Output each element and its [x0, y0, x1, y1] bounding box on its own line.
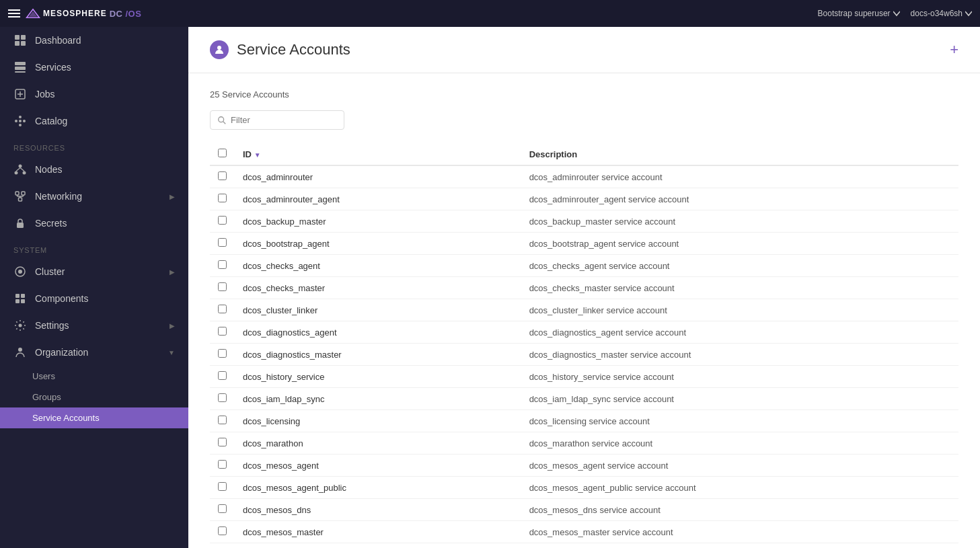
sidebar-item-secrets[interactable]: Secrets	[0, 210, 188, 237]
row-id[interactable]: dcos_backup_master	[235, 210, 521, 233]
sidebar-item-organization[interactable]: Organization ▼	[0, 339, 188, 366]
row-checkbox[interactable]	[218, 371, 227, 380]
row-id[interactable]: dcos_cluster_linker	[235, 299, 521, 321]
row-id[interactable]: dcos_adminrouter	[235, 165, 521, 188]
row-checkbox-cell	[210, 299, 235, 321]
row-id[interactable]: dcos_checks_master	[235, 277, 521, 299]
sidebar-item-nodes[interactable]: Nodes	[0, 156, 188, 183]
row-checkbox[interactable]	[218, 260, 227, 269]
svg-rect-7	[15, 67, 26, 70]
row-description: dcos_bootstrap_agent service account	[521, 233, 958, 255]
row-checkbox-cell	[210, 455, 235, 477]
svg-point-38	[219, 116, 224, 122]
dc-text: DC	[110, 9, 123, 19]
row-checkbox-cell	[210, 410, 235, 432]
row-id[interactable]: dcos_diagnostics_master	[235, 344, 521, 366]
row-checkbox[interactable]	[218, 393, 227, 402]
row-id[interactable]: dcos_mesos_master	[235, 521, 521, 543]
row-description: dcos_adminrouter service account	[521, 165, 958, 188]
row-checkbox[interactable]	[218, 460, 227, 469]
row-id[interactable]: dcos_mesos_agent	[235, 455, 521, 477]
select-all-col	[210, 143, 235, 165]
sidebar-item-cluster[interactable]: Cluster ▶	[0, 258, 188, 285]
table-row: dcos_adminrouter_agent dcos_adminrouter_…	[210, 188, 958, 210]
sidebar-item-jobs[interactable]: Jobs	[0, 81, 188, 108]
sidebar-item-settings-left: Settings	[13, 319, 69, 332]
sidebar-sub-groups[interactable]: Groups	[0, 387, 188, 407]
brand-name: MESOSPHERE	[43, 9, 107, 18]
sidebar-item-components[interactable]: Components	[0, 285, 188, 312]
table-row: dcos_diagnostics_agent dcos_diagnostics_…	[210, 321, 958, 344]
sidebar-item-label: Settings	[35, 320, 69, 331]
svg-rect-20	[15, 192, 19, 195]
row-id[interactable]: dcos_mesos_dns	[235, 499, 521, 521]
row-checkbox-cell	[210, 165, 235, 188]
row-checkbox-cell	[210, 388, 235, 410]
row-id[interactable]: dcos_marathon	[235, 432, 521, 455]
sidebar-sub-users[interactable]: Users	[0, 366, 188, 387]
sidebar-item-label: Nodes	[35, 164, 62, 175]
table-body: dcos_adminrouter dcos_adminrouter servic…	[210, 165, 958, 543]
row-checkbox[interactable]	[218, 327, 227, 336]
sidebar-item-catalog[interactable]: Catalog	[0, 108, 188, 134]
cluster-menu[interactable]: docs-o34w6sh	[911, 9, 972, 18]
row-checkbox[interactable]	[218, 238, 227, 247]
sidebar-item-label: Dashboard	[35, 35, 81, 46]
row-checkbox[interactable]	[218, 416, 227, 424]
row-description: dcos_adminrouter_agent service account	[521, 188, 958, 210]
row-id[interactable]: dcos_diagnostics_agent	[235, 321, 521, 344]
sidebar-item-settings[interactable]: Settings ▶	[0, 312, 188, 339]
row-checkbox[interactable]	[218, 349, 227, 358]
svg-rect-2	[15, 35, 20, 40]
row-description: dcos_mesos_master service account	[521, 521, 958, 543]
svg-line-18	[16, 168, 20, 171]
sidebar-item-dashboard[interactable]: Dashboard	[0, 27, 188, 54]
row-id[interactable]: dcos_licensing	[235, 410, 521, 432]
row-checkbox[interactable]	[218, 504, 227, 513]
sidebar-item-organization-left: Organization	[13, 346, 88, 359]
table-row: dcos_mesos_master dcos_mesos_master serv…	[210, 521, 958, 543]
id-col-label: ID ▼	[243, 149, 261, 159]
sidebar-sub-service-accounts[interactable]: Service Accounts	[0, 407, 188, 428]
row-checkbox[interactable]	[218, 194, 227, 202]
select-all-checkbox[interactable]	[218, 149, 227, 157]
dashboard-icon	[13, 34, 27, 47]
svg-point-36	[18, 348, 22, 352]
row-checkbox[interactable]	[218, 526, 227, 535]
sidebar-item-networking[interactable]: Networking ▶	[0, 183, 188, 210]
row-checkbox-cell	[210, 255, 235, 277]
settings-arrow-icon: ▶	[169, 322, 175, 329]
row-id[interactable]: dcos_mesos_agent_public	[235, 477, 521, 499]
services-icon	[13, 61, 27, 74]
row-description: dcos_checks_agent service account	[521, 255, 958, 277]
sidebar-item-label: Components	[35, 293, 88, 304]
row-id[interactable]: dcos_checks_agent	[235, 255, 521, 277]
user-menu[interactable]: Bootstrap superuser	[818, 9, 900, 18]
table-header: ID ▼ Description	[210, 143, 958, 165]
row-checkbox[interactable]	[218, 171, 227, 180]
row-checkbox[interactable]	[218, 305, 227, 313]
sidebar-item-label: Secrets	[35, 218, 67, 229]
row-checkbox-cell	[210, 499, 235, 521]
row-checkbox[interactable]	[218, 438, 227, 446]
add-button[interactable]: +	[950, 41, 958, 58]
sidebar-item-services[interactable]: Services	[0, 54, 188, 81]
sidebar-item-label: Networking	[35, 191, 82, 202]
svg-point-29	[18, 270, 22, 274]
row-id[interactable]: dcos_history_service	[235, 366, 521, 388]
svg-rect-5	[21, 41, 26, 46]
row-id[interactable]: dcos_adminrouter_agent	[235, 188, 521, 210]
row-checkbox[interactable]	[218, 482, 227, 491]
sort-arrow[interactable]: ▼	[254, 151, 261, 159]
filter-input[interactable]	[231, 115, 337, 125]
hamburger-menu[interactable]	[8, 9, 20, 17]
cluster-name: docs-o34w6sh	[911, 9, 963, 18]
svg-rect-21	[22, 192, 25, 195]
jobs-icon	[13, 87, 27, 101]
row-checkbox[interactable]	[218, 216, 227, 225]
row-id[interactable]: dcos_bootstrap_agent	[235, 233, 521, 255]
row-checkbox[interactable]	[218, 282, 227, 291]
row-description: dcos_cluster_linker service account	[521, 299, 958, 321]
svg-rect-3	[21, 35, 26, 40]
row-id[interactable]: dcos_iam_ldap_sync	[235, 388, 521, 410]
